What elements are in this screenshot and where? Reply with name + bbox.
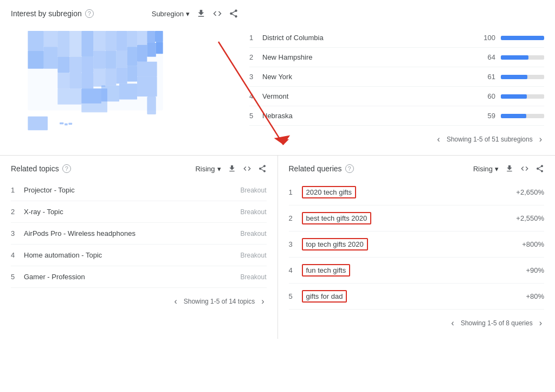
queries-dropdown-label: Rising	[473, 165, 493, 173]
query-rank: 3	[289, 240, 302, 248]
query-value: +2,550%	[516, 214, 544, 222]
topics-title: Related topics	[11, 164, 59, 173]
query-row: 2 best tech gifts 2020 +2,550%	[289, 205, 545, 232]
topic-name[interactable]: Projector - Topic	[24, 186, 240, 194]
query-name-highlighted[interactable]: 2020 tech gifts	[302, 186, 357, 198]
queries-dropdown-chevron: ▾	[495, 165, 499, 173]
svg-rect-2	[44, 31, 58, 47]
rank-value: 61	[479, 73, 495, 81]
query-name-highlighted[interactable]: fun tech gifts	[302, 264, 351, 277]
bar-fill	[501, 75, 527, 79]
topics-dropdown[interactable]: Rising ▾	[195, 165, 221, 173]
rankings-pagination: ‹ Showing 1-5 of 51 subregions ›	[249, 126, 544, 146]
breakout-badge: Breakout	[240, 252, 266, 259]
map-area: Interest by subregion ? Subregion ▾	[11, 9, 238, 146]
query-name-wrapper: top tech gifts 2020	[302, 238, 522, 250]
svg-rect-15	[57, 57, 69, 73]
svg-rect-8	[117, 31, 127, 51]
svg-rect-17	[81, 57, 93, 73]
svg-rect-31	[127, 66, 137, 81]
svg-rect-38	[147, 97, 156, 114]
topic-row: 1 Projector - Topic Breakout	[11, 179, 267, 201]
svg-rect-28	[93, 69, 105, 87]
download-icon[interactable]	[196, 9, 206, 18]
rank-name: Nebraska	[262, 112, 479, 120]
query-name-highlighted[interactable]: gifts for dad	[302, 290, 347, 303]
query-row: 5 gifts for dad +80%	[289, 284, 545, 310]
rank-value: 59	[479, 112, 495, 120]
related-topics-panel: Related topics ? Rising ▾	[0, 156, 278, 339]
svg-rect-32	[137, 62, 157, 77]
topic-name[interactable]: AirPods Pro - Wireless headphones	[24, 229, 240, 237]
rank-number: 5	[249, 112, 262, 120]
topics-next-btn[interactable]: ›	[259, 294, 266, 309]
svg-rect-25	[57, 73, 69, 88]
topics-share-icon[interactable]	[258, 164, 267, 173]
map-help-icon[interactable]: ?	[85, 9, 94, 18]
queries-download-icon[interactable]	[505, 164, 514, 173]
svg-rect-19	[105, 51, 116, 69]
query-row: 4 fun tech gifts +90%	[289, 258, 545, 284]
topic-rank: 4	[11, 251, 24, 259]
svg-rect-26	[69, 73, 81, 88]
svg-rect-29	[105, 69, 116, 86]
topic-name[interactable]: Gamer - Profession	[24, 273, 240, 281]
rankings-next-btn[interactable]: ›	[537, 132, 544, 146]
rankings-area: 1 District of Columbia 100 2 New Hampshi…	[249, 9, 544, 146]
bar-fill	[501, 114, 526, 118]
rank-name: District of Columbia	[262, 34, 479, 42]
rankings-prev-btn[interactable]: ‹	[435, 132, 442, 146]
svg-rect-5	[81, 31, 93, 57]
bar-container	[501, 36, 544, 40]
query-value: +800%	[522, 240, 544, 248]
bar-fill	[501, 55, 528, 60]
topics-embed-icon[interactable]	[243, 164, 251, 173]
svg-rect-7	[105, 31, 116, 51]
svg-rect-24	[156, 42, 163, 54]
queries-help-icon[interactable]: ?	[345, 164, 354, 173]
breakout-badge: Breakout	[240, 230, 266, 237]
queries-next-btn[interactable]: ›	[537, 316, 544, 330]
svg-rect-22	[137, 45, 147, 62]
queries-dropdown[interactable]: Rising ▾	[473, 165, 499, 173]
topics-prev-btn[interactable]: ‹	[172, 294, 179, 309]
topic-name[interactable]: X-ray - Topic	[24, 208, 240, 216]
rank-value: 100	[479, 34, 495, 42]
queries-embed-icon[interactable]	[520, 164, 529, 173]
embed-icon[interactable]	[212, 9, 222, 18]
queries-toolbar: Rising ▾	[473, 164, 544, 173]
queries-title: Related queries	[289, 164, 342, 173]
rank-name: New York	[262, 73, 479, 81]
bar-container	[501, 55, 544, 60]
query-rank: 2	[289, 214, 302, 222]
queries-header: Related queries ? Rising ▾	[289, 164, 545, 173]
subregion-chevron: ▾	[186, 10, 190, 18]
topic-rank: 5	[11, 273, 24, 281]
ranking-row: 3 New York 61	[249, 67, 544, 87]
bar-container	[501, 75, 544, 79]
svg-rect-39	[81, 88, 107, 112]
svg-rect-37	[137, 76, 157, 97]
rank-value: 64	[479, 53, 495, 61]
svg-rect-21	[127, 47, 137, 66]
query-rank: 1	[289, 188, 302, 196]
queries-pagination-text: Showing 1-5 of 8 queries	[461, 319, 533, 327]
svg-rect-42	[64, 124, 68, 126]
query-name-highlighted[interactable]: best tech gifts 2020	[302, 212, 372, 224]
topics-help-icon[interactable]: ?	[62, 164, 71, 173]
bottom-section: Related topics ? Rising ▾	[0, 156, 555, 339]
topic-name[interactable]: Home automation - Topic	[24, 251, 240, 259]
ranking-row: 2 New Hampshire 64	[249, 48, 544, 67]
queries-prev-btn[interactable]: ‹	[449, 316, 456, 330]
subregion-dropdown[interactable]: Subregion ▾	[152, 10, 190, 18]
breakout-badge: Breakout	[240, 187, 266, 194]
topic-rank: 3	[11, 229, 24, 237]
topics-download-icon[interactable]	[228, 164, 236, 173]
rank-number: 2	[249, 53, 262, 61]
bar-fill	[501, 94, 527, 99]
queries-rows: 1 2020 tech gifts +2,650% 2 best tech gi…	[289, 179, 545, 310]
topic-row: 5 Gamer - Profession Breakout	[11, 266, 267, 288]
queries-share-icon[interactable]	[535, 164, 544, 173]
query-name-highlighted[interactable]: top tech gifts 2020	[302, 238, 368, 250]
share-icon[interactable]	[229, 9, 238, 18]
